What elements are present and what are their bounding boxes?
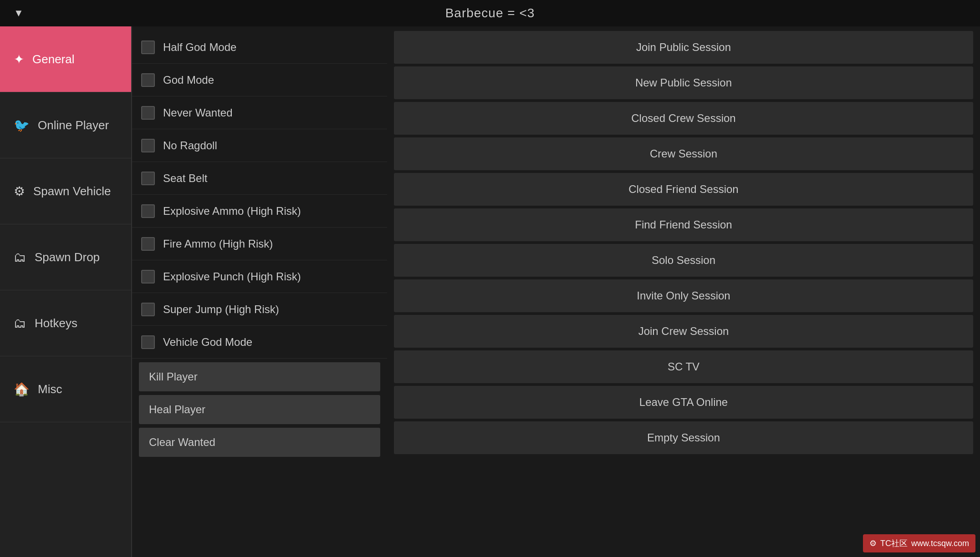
toggle-fire-ammo[interactable] <box>141 237 155 251</box>
kill-player-button[interactable]: Kill Player <box>139 362 380 391</box>
sidebar-label-misc: Misc <box>38 382 62 396</box>
toggle-row-explosive-ammo: Explosive Ammo (High Risk) <box>132 195 387 228</box>
sidebar-item-general[interactable]: ✦ General <box>0 26 131 92</box>
content-area: Half God Mode God Mode Never Wanted No R… <box>132 26 980 557</box>
sidebar: ✦ General 🐦 Online Player ⚙ Spawn Vehicl… <box>0 26 132 557</box>
toggle-row-no-ragdoll: No Ragdoll <box>132 129 387 162</box>
sidebar-item-spawn-drop[interactable]: 🗂 Spawn Drop <box>0 224 131 290</box>
toggle-label-explosive-punch: Explosive Punch (High Risk) <box>163 270 301 283</box>
toggle-vehicle-god-mode[interactable] <box>141 335 155 349</box>
toggle-row-fire-ammo: Fire Ammo (High Risk) <box>132 228 387 260</box>
toggle-explosive-ammo[interactable] <box>141 204 155 218</box>
gear-icon: ✦ <box>14 52 24 67</box>
toggle-label-super-jump: Super Jump (High Risk) <box>163 303 279 316</box>
join-public-session-button[interactable]: Join Public Session <box>394 31 973 64</box>
right-panel: Join Public Session New Public Session C… <box>387 26 980 557</box>
heal-player-button[interactable]: Heal Player <box>139 395 380 424</box>
toggle-label-no-ragdoll: No Ragdoll <box>163 139 217 152</box>
sidebar-label-general: General <box>32 52 75 66</box>
hotkeys-icon: 🗂 <box>14 316 26 331</box>
toggle-label-fire-ammo: Fire Ammo (High Risk) <box>163 238 273 250</box>
empty-session-button[interactable]: Empty Session <box>394 421 973 454</box>
toggle-explosive-punch[interactable] <box>141 270 155 284</box>
sidebar-item-online-player[interactable]: 🐦 Online Player <box>0 92 131 158</box>
toggle-no-ragdoll[interactable] <box>141 139 155 152</box>
toggle-row-seat-belt: Seat Belt <box>132 162 387 195</box>
toggle-row-god-mode: God Mode <box>132 64 387 96</box>
toggle-label-half-god-mode: Half God Mode <box>163 41 236 54</box>
sidebar-item-hotkeys[interactable]: 🗂 Hotkeys <box>0 290 131 356</box>
main-layout: ✦ General 🐦 Online Player ⚙ Spawn Vehicl… <box>0 26 980 557</box>
toggle-god-mode[interactable] <box>141 73 155 87</box>
spawn-vehicle-icon: ⚙ <box>14 184 25 199</box>
toggle-seat-belt[interactable] <box>141 172 155 185</box>
toggle-row-never-wanted: Never Wanted <box>132 96 387 129</box>
sidebar-label-spawn-drop: Spawn Drop <box>35 250 100 264</box>
watermark-logo: ⚙ <box>869 538 877 548</box>
left-panel: Half God Mode God Mode Never Wanted No R… <box>132 26 387 557</box>
toggle-label-seat-belt: Seat Belt <box>163 172 207 185</box>
top-bar: ▼ Barbecue = <3 <box>0 0 980 26</box>
toggle-row-explosive-punch: Explosive Punch (High Risk) <box>132 260 387 293</box>
toggle-never-wanted[interactable] <box>141 106 155 120</box>
find-friend-session-button[interactable]: Find Friend Session <box>394 208 973 241</box>
sidebar-item-spawn-vehicle[interactable]: ⚙ Spawn Vehicle <box>0 158 131 224</box>
sidebar-label-hotkeys: Hotkeys <box>35 316 77 330</box>
dropdown-arrow-icon[interactable]: ▼ <box>14 7 24 19</box>
new-public-session-button[interactable]: New Public Session <box>394 66 973 99</box>
sidebar-label-online-player: Online Player <box>38 118 109 132</box>
app-title: Barbecue = <3 <box>445 6 535 20</box>
sidebar-label-spawn-vehicle: Spawn Vehicle <box>33 184 111 198</box>
sidebar-item-misc[interactable]: 🏠 Misc <box>0 356 131 422</box>
solo-session-button[interactable]: Solo Session <box>394 244 973 277</box>
toggle-label-explosive-ammo: Explosive Ammo (High Risk) <box>163 205 301 218</box>
clear-wanted-button[interactable]: Clear Wanted <box>139 428 380 457</box>
spawn-drop-icon: 🗂 <box>14 250 26 265</box>
toggle-label-never-wanted: Never Wanted <box>163 106 233 119</box>
watermark-url: www.tcsqw.com <box>911 539 969 548</box>
toggle-row-vehicle-god-mode: Vehicle God Mode <box>132 326 387 359</box>
toggle-label-vehicle-god-mode: Vehicle God Mode <box>163 336 252 349</box>
toggle-label-god-mode: God Mode <box>163 74 214 86</box>
crew-session-button[interactable]: Crew Session <box>394 137 973 170</box>
closed-friend-session-button[interactable]: Closed Friend Session <box>394 173 973 206</box>
sc-tv-button[interactable]: SC TV <box>394 350 973 383</box>
invite-only-session-button[interactable]: Invite Only Session <box>394 279 973 312</box>
bird-icon: 🐦 <box>14 118 30 133</box>
toggle-row-half-god-mode: Half God Mode <box>132 31 387 64</box>
toggle-half-god-mode[interactable] <box>141 41 155 54</box>
watermark-community: TC社区 <box>880 538 908 549</box>
join-crew-session-button[interactable]: Join Crew Session <box>394 315 973 348</box>
toggle-row-super-jump: Super Jump (High Risk) <box>132 293 387 326</box>
toggle-super-jump[interactable] <box>141 303 155 316</box>
leave-gta-online-button[interactable]: Leave GTA Online <box>394 386 973 419</box>
closed-crew-session-button[interactable]: Closed Crew Session <box>394 102 973 135</box>
misc-icon: 🏠 <box>14 382 30 397</box>
watermark: ⚙ TC社区 www.tcsqw.com <box>863 534 975 552</box>
